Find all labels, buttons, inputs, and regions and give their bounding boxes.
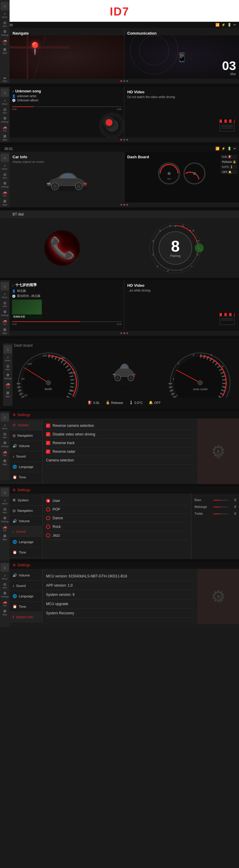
settings-sound-vol[interactable]: 🔊 Volume	[9, 516, 42, 526]
sidebar-item-navi-4[interactable]: ◎ Navi	[1, 20, 9, 28]
settings-menu-volume[interactable]: 🔊 Volume	[9, 441, 42, 451]
sidebar-item-settings-6[interactable]: ⚙ Settings	[4, 372, 12, 380]
sidebar-item-settings-4[interactable]: ⚙ Settings	[1, 29, 9, 37]
music-panel[interactable]: ♪ Unknown song 👤 unknown artist 💿 Unknow…	[9, 87, 124, 137]
sidebar-item-music-2[interactable]: ♪ Music	[1, 97, 9, 106]
sidebar-item-home-8[interactable]: ⌂	[1, 488, 9, 497]
sidebar-item-apps-5[interactable]: ⊞ Apps	[1, 327, 9, 335]
sidebar-item-apps-4[interactable]: ⊞ Apps	[1, 46, 9, 55]
sidebar-item-settings-7[interactable]: ⚙ Settings	[1, 440, 9, 448]
sidebar-item-music-7[interactable]: ♪ Music	[1, 422, 9, 430]
sidebar-item-music-8[interactable]: ♪ Music	[1, 497, 9, 505]
sidebar-item-navi-8[interactable]: ◎ Navi	[1, 506, 9, 515]
back-icon-2[interactable]: ↩	[233, 147, 236, 151]
sysinfo-item-3[interactable]: MCU upgrade	[46, 599, 193, 609]
sidebar-item-music-5[interactable]: ♪ Music	[1, 291, 9, 299]
settings-sound-time[interactable]: ⏰ Time	[9, 547, 42, 558]
checkbox-reverse-cam[interactable]: ✓	[46, 424, 50, 428]
sound-option-dance[interactable]: Dance	[46, 514, 188, 523]
settings-menu-time[interactable]: ⏰ Time	[9, 472, 42, 483]
option-reverse-track[interactable]: ✓ Reverse track	[46, 439, 193, 447]
sidebar-item-navi-6[interactable]: ◎ Navi	[4, 363, 12, 371]
sidebar-item-car-5[interactable]: 🚗 Car	[1, 318, 9, 326]
sound-option-pop[interactable]: POP	[46, 505, 188, 514]
sidebar-item-music-9[interactable]: ♪ Music	[1, 572, 9, 581]
option-cam-selection[interactable]: Camera selection	[46, 456, 193, 465]
sidebar-item-home-5[interactable]: ⌂	[1, 282, 9, 290]
option-disable-video[interactable]: ✓ Disable video when driving	[46, 430, 193, 439]
dial-answer-button[interactable]: 📞	[195, 244, 204, 252]
settings-menu-system[interactable]: ⚙ System	[9, 420, 42, 430]
sidebar-item-navi-3[interactable]: ◎ Navi	[1, 172, 9, 180]
sidebar-item-apps-8[interactable]: ⊞ Apps	[1, 533, 9, 541]
sidebar-item-navi-5[interactable]: ◎ Navi	[1, 300, 9, 308]
sidebar-item-car-9[interactable]: 🚗 Car	[1, 599, 9, 608]
music2-progress[interactable]	[12, 321, 122, 322]
sidebar-item-car-4[interactable]: 🚗 Car	[1, 37, 9, 46]
communication-panel[interactable]: Communication Phone Connected 📱 03 Mar	[124, 28, 239, 79]
settings-menu-sound[interactable]: ♪ Sound	[9, 451, 42, 462]
settings-sound-system[interactable]: ⚙ System	[9, 495, 42, 505]
sidebar-item-apps-7[interactable]: ⊞ Apps	[1, 458, 9, 466]
settings-sound-nav[interactable]: ◎ Navigation	[9, 505, 42, 516]
radio-jazz[interactable]	[46, 533, 50, 537]
sidebar-item-home-4[interactable]: ⌂	[1, 2, 9, 10]
sidebar-item-car-8[interactable]: 🚗 Car	[1, 524, 9, 532]
sidebar-item-car-2[interactable]: 🚗 Car	[1, 124, 9, 133]
sidebar-item-music-3[interactable]: ♪ Music	[1, 162, 9, 171]
sidebar-item-settings-5[interactable]: ⚙ Settings	[1, 309, 9, 317]
sound-option-jazz[interactable]: Jazz	[46, 531, 188, 540]
sidebar-item-apps-6[interactable]: ⊞ Apps	[4, 390, 12, 398]
sidebar-item-car-3[interactable]: 🚗 Car	[1, 189, 9, 197]
settings-sound-sound[interactable]: ♪ Sound	[9, 526, 42, 537]
midrange-track[interactable]	[213, 507, 228, 507]
sidebar-item-apps-2[interactable]: ⊞ Apps	[1, 133, 9, 142]
sysinfo-menu-vol[interactable]: 🔊 Volume	[9, 570, 42, 581]
dash-board-panel[interactable]: Dash Board rpm	[124, 152, 239, 203]
sidebar-item-navi-9[interactable]: ◎ Navi	[1, 581, 9, 590]
sysinfo-menu-lang[interactable]: 🌐 Language	[9, 591, 42, 601]
sidebar-item-home-9[interactable]: ⌂	[1, 563, 9, 572]
sidebar-item-settings-9[interactable]: ⚙ Settings	[1, 590, 9, 598]
sidebar-item-apps-9[interactable]: ⊞ Apps	[1, 608, 9, 616]
radio-pop[interactable]	[46, 507, 50, 512]
navigate-panel[interactable]: Navigate Navigate for you in real time 📍	[9, 28, 124, 79]
sysinfo-menu-sound[interactable]: ♪ Sound	[9, 581, 42, 591]
sound-option-user[interactable]: User	[46, 497, 188, 505]
sidebar-item-car-6[interactable]: 🚗 Car	[4, 381, 12, 389]
sysinfo-menu-sysinfo[interactable]: ℹ System Info	[9, 612, 42, 622]
sidebar-item-navi-7[interactable]: ◎ Navi	[1, 431, 9, 439]
music-progress[interactable]	[12, 106, 122, 107]
bass-track[interactable]	[213, 500, 228, 500]
treble-track[interactable]	[213, 514, 228, 514]
sidebar-item-navi-2[interactable]: ◎ Navi	[1, 106, 9, 115]
sysinfo-menu-time[interactable]: ⏰ Time	[9, 601, 42, 612]
back-icon[interactable]: ↩	[233, 23, 236, 27]
sidebar-item-home-3[interactable]: ⌂	[1, 154, 9, 162]
sidebar-item-apps-3[interactable]: ⊞ Apps	[1, 198, 9, 207]
option-reverse-cam[interactable]: ✓ Reverse camera selection	[46, 422, 193, 430]
checkbox-reverse-track[interactable]: ✓	[46, 441, 50, 445]
sysinfo-item-4[interactable]: System Recovery	[46, 609, 193, 618]
sound-option-rock[interactable]: Rock	[46, 523, 188, 531]
sidebar-item-home-7[interactable]: ⌂	[1, 413, 9, 422]
option-reverse-radar[interactable]: ✓ Reverse radar	[46, 447, 193, 456]
sidebar-item-music-4[interactable]: ♪ Music	[1, 11, 9, 19]
sidebar-item-settings-2[interactable]: ⚙ Settings	[1, 115, 9, 124]
sidebar-item-music-6[interactable]: ♪ Music	[4, 354, 12, 363]
settings-menu-language[interactable]: 🌐 Language	[9, 462, 42, 472]
settings-sound-lang[interactable]: 🌐 Language	[9, 537, 42, 547]
hd-video2-panel[interactable]: HD Video ...ao while driving	[124, 280, 239, 331]
sidebar-item-car-7[interactable]: 🚗 Car	[1, 449, 9, 457]
music2-panel[interactable]: ♪ 十七岁的雨季 👤 林志颖 💿 最动听的...林志颖 视频略缩图	[9, 280, 124, 331]
sidebar-item-settings-3[interactable]: ⚙ Settings	[1, 180, 9, 189]
hd-video-panel[interactable]: HD Video Do not watch the video while dr…	[124, 87, 239, 137]
radio-dance[interactable]	[46, 516, 50, 520]
radio-rock[interactable]	[46, 525, 50, 529]
sidebar-item-settings-8[interactable]: ⚙ Settings	[1, 515, 9, 523]
settings-menu-navigation[interactable]: ◎ Navigation	[9, 430, 42, 441]
radio-user[interactable]	[46, 499, 50, 503]
checkbox-reverse-radar[interactable]: ✓	[46, 450, 50, 454]
sidebar-item-home-2[interactable]: ⌂	[1, 89, 9, 97]
checkbox-disable-video[interactable]: ✓	[46, 432, 50, 436]
